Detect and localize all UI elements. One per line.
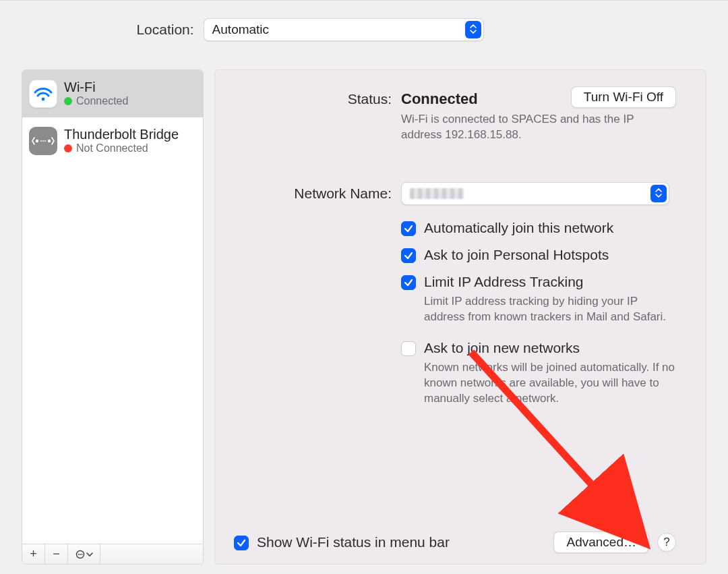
chevron-down-icon	[86, 552, 93, 557]
sidebar-item-text: Wi-Fi Connected	[64, 80, 128, 107]
sidebar-list: Wi-Fi Connected	[22, 70, 203, 544]
more-interface-button[interactable]	[68, 544, 100, 564]
check-label: Limit IP Address Tracking	[424, 274, 584, 289]
status-dot-icon	[64, 144, 72, 152]
location-select[interactable]: Automatic	[204, 18, 484, 41]
svg-point-9	[81, 554, 82, 555]
sidebar-item-wifi[interactable]: Wi-Fi Connected	[22, 70, 203, 117]
interface-sidebar: Wi-Fi Connected	[22, 69, 204, 565]
checkbox-icon	[234, 536, 249, 550]
checkbox-icon	[401, 248, 416, 263]
sidebar-item-text: Thunderbolt Bridge Not Connected	[64, 127, 179, 154]
svg-point-0	[42, 98, 45, 101]
svg-point-3	[40, 140, 42, 142]
plus-icon: +	[30, 547, 37, 561]
ask-new-check[interactable]: Ask to join new networks Known networks …	[401, 340, 676, 407]
auto-join-check[interactable]: Automatically join this network	[401, 220, 676, 236]
bottom-row: Show Wi-Fi status in menu bar Advanced… …	[234, 532, 676, 553]
check-description: Known networks will be joined automatica…	[424, 360, 676, 407]
select-stepper-icon	[650, 185, 667, 202]
sidebar-toolbar-spacer	[100, 544, 203, 564]
svg-point-7	[78, 554, 79, 555]
network-name-label: Network Name:	[242, 185, 392, 202]
check-label: Automatically join this network	[424, 220, 613, 236]
check-label: Show Wi-Fi status in menu bar	[257, 534, 450, 550]
sidebar-item-thunderbolt[interactable]: Thunderbolt Bridge Not Connected	[22, 117, 203, 165]
main-columns: Wi-Fi Connected	[22, 69, 706, 565]
checkbox-icon	[401, 221, 416, 236]
network-name-select[interactable]	[401, 182, 669, 205]
turn-wifi-off-button[interactable]: Turn Wi-Fi Off	[571, 86, 676, 108]
help-button[interactable]: ?	[657, 533, 676, 552]
check-label: Ask to join Personal Hotspots	[424, 247, 609, 263]
checkbox-icon	[401, 275, 416, 290]
show-menu-bar-check[interactable]: Show Wi-Fi status in menu bar	[234, 534, 450, 550]
location-row: Location: Automatic	[0, 1, 728, 59]
sidebar-item-status: Connected	[76, 95, 128, 107]
button-label: Advanced…	[566, 535, 636, 550]
network-name-row: Network Name:	[242, 182, 676, 205]
check-label: Ask to join new networks	[424, 340, 580, 355]
network-name-value-redacted	[410, 188, 464, 199]
remove-interface-button[interactable]: −	[45, 544, 68, 564]
add-interface-button[interactable]: +	[22, 544, 45, 564]
status-dot-icon	[64, 97, 72, 105]
status-description: Wi-Fi is connected to SPACES and has the…	[401, 112, 676, 143]
sidebar-item-title: Thunderbolt Bridge	[64, 127, 179, 142]
status-value: Connected	[401, 90, 478, 107]
wifi-icon	[29, 80, 57, 108]
checkbox-icon	[401, 341, 416, 356]
location-select-value: Automatic	[212, 22, 269, 37]
detail-panel: Turn Wi-Fi Off Status: Connected Wi-Fi i…	[214, 69, 706, 565]
sidebar-item-title: Wi-Fi	[64, 80, 128, 95]
svg-point-2	[48, 140, 51, 142]
gear-dots-icon	[75, 550, 85, 559]
check-description: Limit IP address tracking by hiding your…	[424, 294, 676, 325]
svg-point-8	[80, 554, 81, 555]
network-preference-pane: Location: Automatic	[0, 0, 728, 574]
advanced-button[interactable]: Advanced…	[553, 532, 649, 553]
sidebar-item-status: Not Connected	[76, 142, 148, 154]
svg-point-5	[44, 140, 46, 142]
sidebar-toolbar: + −	[22, 544, 203, 564]
question-mark-icon: ?	[663, 536, 669, 549]
button-label: Turn Wi-Fi Off	[584, 90, 663, 105]
minus-icon: −	[53, 547, 60, 561]
select-stepper-icon	[465, 21, 481, 38]
hotspots-check[interactable]: Ask to join Personal Hotspots	[401, 247, 676, 263]
limit-ip-check[interactable]: Limit IP Address Tracking Limit IP addre…	[401, 274, 676, 325]
status-label: Status:	[242, 91, 392, 107]
svg-point-4	[42, 140, 44, 142]
thunderbolt-bridge-icon	[29, 127, 57, 155]
checkbox-group: Automatically join this network Ask to j…	[401, 220, 676, 407]
location-label: Location:	[136, 22, 193, 38]
svg-point-1	[36, 140, 38, 142]
